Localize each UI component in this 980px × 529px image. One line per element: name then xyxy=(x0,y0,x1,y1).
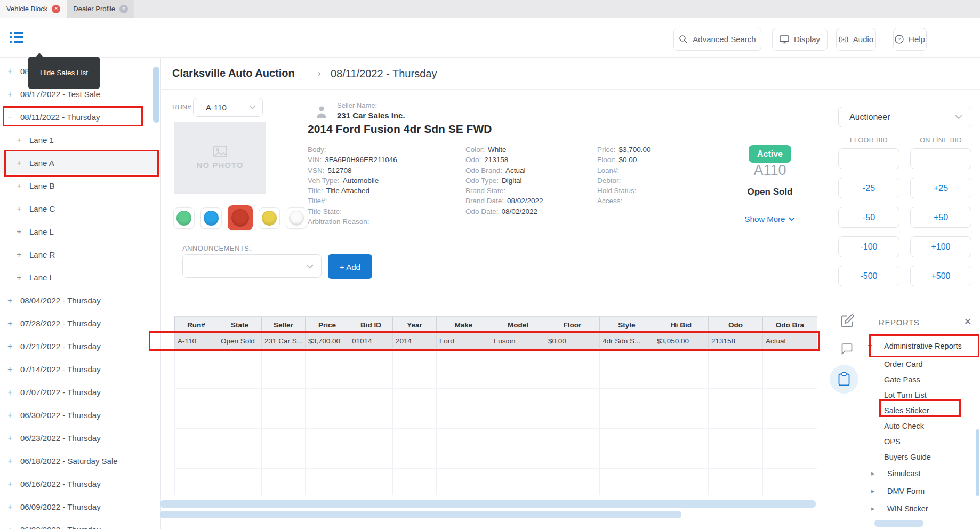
tree-toggle-icon[interactable]: + xyxy=(17,204,29,214)
table-cell[interactable]: Open Sold xyxy=(218,333,262,348)
add-announcement-button[interactable]: + Add xyxy=(328,254,372,279)
tree-toggle-icon[interactable]: + xyxy=(7,411,20,420)
reports-scrollbar[interactable] xyxy=(976,429,979,496)
light-button-blue[interactable] xyxy=(200,207,222,229)
close-icon[interactable]: ✕ xyxy=(964,316,971,327)
table-cell[interactable]: $3,050.00 xyxy=(654,333,709,348)
tree-toggle-icon[interactable]: + xyxy=(7,319,20,328)
table-cell[interactable]: $0.00 xyxy=(545,333,600,348)
sidebar-item[interactable]: + 07/28/2022 - Thursday xyxy=(0,312,160,335)
table-cell[interactable]: Fusion xyxy=(491,333,545,348)
tree-toggle-icon[interactable]: + xyxy=(7,525,20,529)
table-cell[interactable]: Ford xyxy=(437,333,491,348)
show-more-link[interactable]: Show More xyxy=(738,214,802,223)
sidebar-item[interactable]: + Lane I xyxy=(0,266,160,289)
sidebar-scrollbar[interactable] xyxy=(153,67,159,123)
horizontal-scrollbar[interactable] xyxy=(160,500,816,508)
online-bid-input[interactable] xyxy=(910,148,971,169)
edit-icon[interactable] xyxy=(840,314,855,328)
sidebar-item[interactable]: + Lane R xyxy=(0,243,160,266)
online-bid-increment-button[interactable]: +500 xyxy=(910,266,971,286)
report-item[interactable]: Gate Pass xyxy=(868,372,977,387)
advanced-search-button[interactable]: Advanced Search xyxy=(673,28,761,51)
tree-toggle-icon[interactable]: + xyxy=(7,479,20,489)
tab-dealer-profile[interactable]: Dealer Profile ✕ xyxy=(67,0,134,18)
light-button-white[interactable] xyxy=(286,207,307,229)
report-item[interactable]: Sales Sticker xyxy=(868,403,977,418)
tree-toggle-icon[interactable]: + xyxy=(7,502,20,512)
sidebar-item[interactable]: + 07/14/2022 - Thursday xyxy=(0,358,160,381)
light-button-green[interactable] xyxy=(173,207,195,229)
reports-panel-toggle[interactable] xyxy=(830,365,858,394)
audio-button[interactable]: Audio xyxy=(836,28,876,51)
online-bid-increment-button[interactable]: +50 xyxy=(910,207,971,228)
report-item[interactable]: WIN Sticker xyxy=(868,500,977,517)
table-cell[interactable]: Actual xyxy=(763,333,817,348)
table-cell[interactable]: 213158 xyxy=(709,333,763,348)
tree-toggle-icon[interactable]: + xyxy=(7,342,20,351)
report-item[interactable]: Buyers Guide xyxy=(868,449,977,464)
tree-toggle-icon[interactable]: + xyxy=(17,158,29,168)
report-item[interactable]: DMV Form xyxy=(868,482,977,500)
floor-bid-input[interactable] xyxy=(838,148,899,169)
tree-toggle-icon[interactable]: + xyxy=(7,296,20,306)
sidebar-item[interactable]: + Lane A xyxy=(0,151,160,174)
sidebar-item[interactable]: + Lane B xyxy=(0,174,160,197)
tree-toggle-icon[interactable]: + xyxy=(17,135,29,145)
sidebar-item[interactable]: + 06/30/2022 - Thursday xyxy=(0,404,160,427)
sidebar-item[interactable]: + 06/09/2022 - Thursday xyxy=(0,495,160,518)
sidebar-item[interactable]: + 06/16/2022 - Thursday xyxy=(0,472,160,495)
tree-toggle-icon[interactable]: + xyxy=(7,90,20,99)
sales-list-menu-icon[interactable] xyxy=(10,31,25,44)
breadcrumb-auction[interactable]: Clarksville Auto Auction xyxy=(172,67,295,79)
table-cell[interactable]: 01014 xyxy=(349,333,393,348)
report-item[interactable]: Administrative Reports xyxy=(868,336,977,356)
table-cell[interactable]: 2014 xyxy=(393,333,437,348)
light-button-red[interactable] xyxy=(228,205,253,230)
tree-toggle-icon[interactable]: + xyxy=(17,181,29,191)
table-cell[interactable]: $3,700.00 xyxy=(306,333,349,348)
tree-toggle-icon[interactable]: + xyxy=(7,388,20,397)
table-cell[interactable]: 4dr Sdn S... xyxy=(600,333,654,348)
tree-toggle-icon[interactable]: + xyxy=(7,434,20,443)
report-item[interactable]: Auto Check xyxy=(868,418,977,434)
table-cell[interactable]: 231 Car S... xyxy=(262,333,306,348)
sidebar-item[interactable]: + 08/04/2022 - Thursday xyxy=(0,289,160,312)
sidebar-item[interactable]: + 06/18/2022 - Saturday Sale xyxy=(0,450,160,472)
comment-icon[interactable] xyxy=(840,342,854,355)
floor-bid-decrement-button[interactable]: -50 xyxy=(838,207,899,228)
floor-bid-decrement-button[interactable]: -500 xyxy=(838,266,899,286)
report-item[interactable]: Simulcast xyxy=(868,464,977,482)
sidebar-item[interactable]: + Lane L xyxy=(0,220,160,243)
light-button-yellow[interactable] xyxy=(259,207,280,229)
sidebar-item[interactable]: + 07/07/2022 - Thursday xyxy=(0,381,160,404)
close-icon[interactable]: ✕ xyxy=(119,5,128,13)
online-bid-increment-button[interactable]: +100 xyxy=(910,236,971,257)
close-icon[interactable]: ✕ xyxy=(52,5,60,13)
tree-toggle-icon[interactable]: + xyxy=(17,273,29,283)
help-button[interactable]: ? Help xyxy=(893,28,927,51)
tab-vehicle-block[interactable]: Vehicle Block ✕ xyxy=(0,0,67,18)
tree-toggle-icon[interactable]: + xyxy=(17,250,29,260)
sidebar-item[interactable]: + 06/23/2022 - Thursday xyxy=(0,427,160,450)
sidebar-item[interactable]: + Lane 1 xyxy=(0,129,160,151)
report-item[interactable]: Lot Turn List xyxy=(868,387,977,403)
report-item[interactable]: Order Card xyxy=(868,356,977,372)
display-button[interactable]: Display xyxy=(772,28,828,51)
auctioneer-dropdown[interactable]: Auctioneer xyxy=(838,107,971,127)
horizontal-scrollbar[interactable] xyxy=(160,511,681,518)
tree-toggle-icon[interactable]: + xyxy=(7,456,20,466)
tree-toggle-icon[interactable]: + xyxy=(17,227,29,237)
floor-bid-decrement-button[interactable]: -25 xyxy=(838,178,899,198)
sidebar-item[interactable]: + 06/02/2022 - Thursday xyxy=(0,518,160,529)
tree-toggle-icon[interactable]: + xyxy=(7,365,20,374)
run-number-dropdown[interactable]: A-110 xyxy=(193,98,263,117)
online-bid-increment-button[interactable]: +25 xyxy=(910,178,971,198)
table-cell[interactable]: A-110 xyxy=(174,333,218,348)
floor-bid-decrement-button[interactable]: -100 xyxy=(838,236,899,257)
report-item[interactable]: OPS xyxy=(868,434,977,449)
sidebar-item[interactable]: − 08/11/2022 - Thursday xyxy=(0,106,160,129)
table-row-selected[interactable]: A-110Open Sold231 Car S...$3,700.0001014… xyxy=(174,333,817,349)
sidebar-item[interactable]: + Lane C xyxy=(0,197,160,220)
sidebar-item[interactable]: + 07/21/2022 - Thursday xyxy=(0,335,160,358)
